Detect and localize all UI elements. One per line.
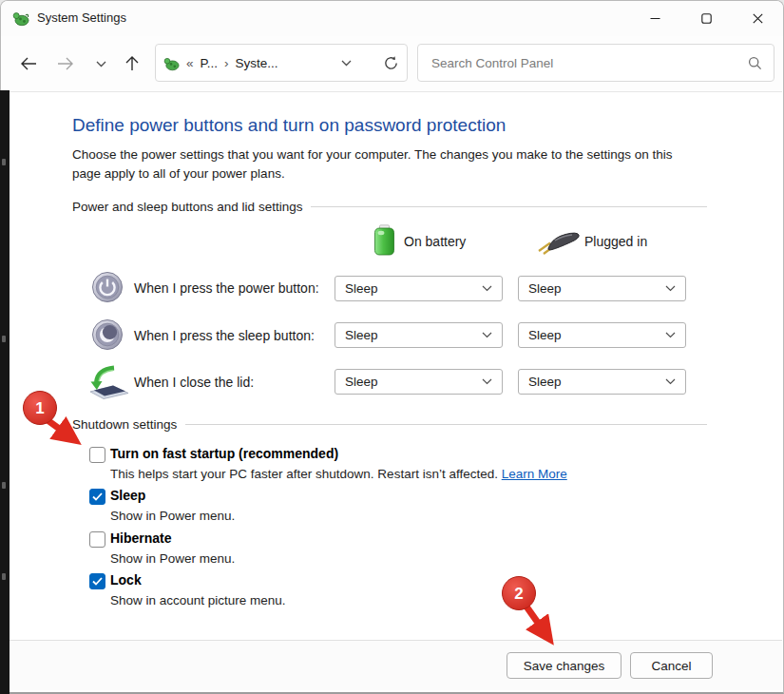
page-description: Choose the power settings that you want … — [72, 145, 695, 183]
search-box[interactable] — [417, 44, 774, 82]
selected-value: Sleep — [345, 328, 378, 342]
selected-value: Sleep — [528, 375, 562, 389]
forward-arrow-icon — [57, 57, 74, 70]
chevron-down-icon — [482, 378, 492, 385]
window-controls — [629, 1, 783, 36]
chevron-down-icon — [665, 285, 676, 292]
title-bar: System Settings — [1, 1, 783, 36]
forward-button[interactable] — [50, 49, 81, 78]
breadcrumb-separator: › — [224, 56, 229, 70]
close-lid-row-label: When I close the lid: — [134, 375, 254, 390]
back-arrow-icon — [20, 57, 37, 70]
hibernate-option-description: Show in Power menu. — [110, 551, 235, 566]
strip-mark — [2, 482, 6, 489]
selected-value: Sleep — [345, 375, 378, 389]
back-button[interactable] — [13, 49, 44, 78]
strip-mark — [2, 336, 6, 342]
breadcrumb-item-parent[interactable]: P... — [201, 56, 219, 70]
sleep-button-on-battery-select[interactable]: Sleep — [335, 322, 503, 348]
chevron-down-icon — [665, 378, 676, 385]
plugged-in-column-header: Plugged in — [584, 234, 647, 249]
refresh-icon[interactable] — [383, 55, 399, 71]
breadcrumb-item-current[interactable]: Syste... — [236, 56, 278, 70]
chevron-down-icon — [96, 61, 106, 67]
selected-value: Sleep — [345, 281, 378, 296]
lock-option-description: Show in account picture menu. — [110, 593, 286, 607]
battery-icon — [373, 224, 395, 256]
section-divider — [311, 206, 707, 207]
background-window-strip — [0, 90, 10, 694]
sleep-option-description: Show in Power menu. — [110, 509, 235, 523]
sleep-button-icon — [91, 318, 124, 351]
window-title: System Settings — [37, 10, 126, 25]
shutdown-section-title: Shutdown settings — [72, 417, 177, 432]
footer-bar: Save changes Cancel — [2, 640, 782, 690]
plug-icon — [536, 229, 582, 255]
close-lid-icon — [85, 364, 130, 399]
selected-value: Sleep — [528, 328, 562, 342]
power-section-header: Power and sleep buttons and lid settings — [72, 200, 707, 214]
fast-startup-checkbox[interactable] — [89, 447, 105, 463]
power-button-icon — [91, 271, 124, 303]
lock-option-label[interactable]: Lock — [110, 572, 142, 588]
minimize-button[interactable] — [629, 1, 680, 36]
sleep-button-plugged-in-select[interactable]: Sleep — [518, 322, 686, 348]
address-dropdown-chevron-icon[interactable] — [341, 60, 352, 67]
on-battery-column-header: On battery — [404, 234, 466, 249]
recent-locations-button[interactable] — [86, 49, 116, 78]
chevron-down-icon — [482, 332, 492, 338]
maximize-button[interactable] — [680, 1, 732, 36]
chevron-down-icon — [665, 332, 676, 338]
power-button-row-label: When I press the power button: — [134, 280, 319, 296]
sleep-checkbox[interactable] — [89, 489, 105, 505]
lock-checkbox[interactable] — [89, 573, 105, 589]
navigation-toolbar: « P... › Syste... — [2, 36, 782, 92]
sleep-button-row-label: When I press the sleep button: — [134, 328, 315, 343]
save-changes-button[interactable]: Save changes — [507, 652, 621, 679]
system-settings-window: System Settings — [0, 0, 784, 694]
cancel-button[interactable]: Cancel — [630, 652, 713, 679]
breadcrumb-overflow-chevron[interactable]: « — [186, 56, 194, 70]
close-lid-plugged-in-select[interactable]: Sleep — [518, 369, 686, 395]
search-icon[interactable] — [748, 56, 762, 70]
close-button[interactable] — [732, 1, 783, 36]
app-icon — [12, 10, 29, 27]
address-breadcrumb-bar[interactable]: « P... › Syste... — [155, 44, 408, 82]
close-lid-on-battery-select[interactable]: Sleep — [335, 369, 503, 395]
up-arrow-icon — [125, 56, 139, 71]
chevron-down-icon — [482, 285, 492, 292]
power-section-title: Power and sleep buttons and lid settings — [72, 200, 302, 214]
shutdown-section-header: Shutdown settings — [72, 417, 707, 432]
hibernate-checkbox[interactable] — [89, 531, 105, 548]
page-title: Define power buttons and turn on passwor… — [72, 115, 506, 136]
selected-value: Sleep — [528, 281, 562, 296]
strip-mark — [2, 159, 6, 165]
control-panel-icon — [163, 55, 180, 71]
learn-more-link[interactable]: Learn More — [502, 467, 567, 481]
sleep-option-label[interactable]: Sleep — [110, 488, 145, 503]
power-button-on-battery-select[interactable]: Sleep — [335, 276, 503, 301]
fast-startup-label[interactable]: Turn on fast startup (recommended) — [110, 446, 338, 461]
power-button-plugged-in-select[interactable]: Sleep — [518, 276, 686, 301]
hibernate-option-label[interactable]: Hibernate — [110, 530, 172, 546]
strip-mark — [2, 573, 6, 580]
search-input[interactable] — [430, 55, 748, 71]
fast-startup-description-text: This helps start your PC faster after sh… — [110, 467, 498, 481]
up-button[interactable] — [117, 49, 147, 78]
section-divider — [185, 424, 707, 425]
fast-startup-description: This helps start your PC faster after sh… — [110, 467, 567, 481]
